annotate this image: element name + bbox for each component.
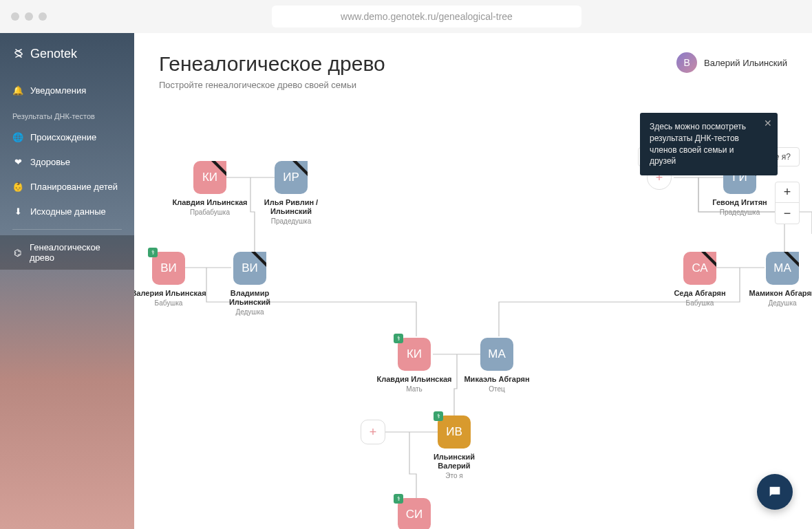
node-relation: Это я xyxy=(416,472,492,479)
download-icon: ⬇ xyxy=(12,206,23,217)
node-initials: СА xyxy=(692,261,707,275)
node-name: Ильинский Валерий xyxy=(416,453,492,471)
tree-node-ki1[interactable]: КИ Клавдия Ильинская Прабабушка xyxy=(172,161,248,216)
node-initials: ВИ xyxy=(242,261,258,275)
nav-label: Здоровье xyxy=(30,157,70,167)
profile-name: Валерий Ильинский xyxy=(704,58,787,68)
page-title: Генеалогическое древо xyxy=(159,52,676,76)
node-initials: МА xyxy=(488,347,506,361)
bell-icon: 🔔 xyxy=(12,85,23,96)
tree-node-me[interactable]: ⚕ИВ Ильинский Валерий Это я xyxy=(416,415,492,479)
nav-label: Происхождение xyxy=(30,132,96,142)
node-relation: Дедушка xyxy=(212,308,288,316)
brand-logo: Genotek xyxy=(0,47,134,78)
nav-health[interactable]: ❤ Здоровье xyxy=(0,149,134,174)
nav-origin[interactable]: 🌐 Происхождение xyxy=(0,125,134,149)
tree-node-vi-m[interactable]: ВИ Владимир Ильинский Дедушка xyxy=(212,252,288,316)
nav-notifications[interactable]: 🔔 Уведомления xyxy=(0,78,134,102)
zoom-out-button[interactable]: − xyxy=(776,203,799,224)
node-relation: Отец xyxy=(459,385,535,393)
chat-icon xyxy=(767,484,782,499)
avatar: В xyxy=(676,52,697,73)
node-name: Микаэль Абгарян xyxy=(459,375,535,384)
nav-label: Исходные данные xyxy=(30,206,106,217)
nav-rawdata[interactable]: ⬇ Исходные данные xyxy=(0,199,134,224)
tree-node-ma[interactable]: МА Мамикон Абгарян Дедушка xyxy=(745,252,812,307)
traffic-lights xyxy=(11,12,47,21)
nav-section-results: Результаты ДНК-тестов xyxy=(0,102,134,125)
node-initials: СИ xyxy=(406,508,423,521)
main-area: Генеалогическое древо Постройте генеалог… xyxy=(134,33,812,529)
node-initials: ВИ xyxy=(160,261,177,275)
node-name: Владимир Ильинский xyxy=(212,289,288,307)
dna-badge-icon: ⚕ xyxy=(394,494,403,504)
url-bar[interactable]: www.demo.genotek.ru/genealogical-tree xyxy=(272,6,581,28)
node-relation: Прадедушка xyxy=(253,217,329,225)
tree-icon: ⌬ xyxy=(12,247,23,258)
dna-brand-icon xyxy=(12,48,25,61)
nav-label: Планирование детей xyxy=(30,182,118,192)
dna-badge-icon: ⚕ xyxy=(434,411,443,421)
node-initials: МА xyxy=(773,261,791,275)
node-initials: ИВ xyxy=(446,425,462,439)
node-initials: КИ xyxy=(407,347,422,361)
nav-label: Уведомления xyxy=(30,85,86,96)
node-relation: Прабабушка xyxy=(172,208,248,216)
node-relation: Бабушка xyxy=(662,299,738,307)
profile-widget[interactable]: В Валерий Ильинский xyxy=(676,52,787,73)
node-relation: Мать xyxy=(376,385,452,393)
tree-node-si[interactable]: ⚕СИ София Ильинская Дочь xyxy=(376,498,452,529)
zoom-in-button[interactable]: + xyxy=(776,182,799,203)
node-name: Мамикон Абгарян xyxy=(745,289,812,298)
nav-planning[interactable]: 👶 Планирование детей xyxy=(0,174,134,199)
node-relation: Дедушка xyxy=(745,299,812,307)
add-partner-button[interactable]: + xyxy=(361,420,385,444)
dna-badge-icon: ⚕ xyxy=(148,248,158,257)
baby-icon: 👶 xyxy=(12,181,23,192)
nav-divider xyxy=(12,229,122,230)
tree-node-vi-f[interactable]: ⚕ВИ Валерия Ильинская Бабушка xyxy=(134,252,206,307)
sidebar: Genotek 🔔 Уведомления Результаты ДНК-тес… xyxy=(0,33,134,529)
node-name: Клавдия Ильинская xyxy=(376,375,452,384)
close-icon[interactable]: ✕ xyxy=(764,118,772,128)
nav-tree[interactable]: ⌬ Генеалогическое древо xyxy=(0,235,134,270)
tree-node-ir[interactable]: ИР Илья Ривлин / Ильинский Прадедушка xyxy=(253,161,329,225)
node-name: Клавдия Ильинская xyxy=(172,198,248,207)
tooltip-text: Здесь можно посмотреть результаты ДНК-те… xyxy=(650,122,746,166)
node-name: Гевонд Игитян xyxy=(702,198,778,207)
browser-topbar: www.demo.genotek.ru/genealogical-tree xyxy=(0,0,812,33)
node-initials: КИ xyxy=(202,171,217,184)
heartbeat-icon: ❤ xyxy=(12,156,23,167)
tree-node-ki2[interactable]: ⚕КИ Клавдия Ильинская Мать xyxy=(376,338,452,393)
tree-node-ma2[interactable]: МА Микаэль Абгарян Отец xyxy=(459,338,535,393)
tree-node-sa[interactable]: СА Седа Абгарян Бабушка xyxy=(662,252,738,307)
chat-button[interactable] xyxy=(757,474,793,510)
globe-icon: 🌐 xyxy=(12,131,23,142)
node-name: Илья Ривлин / Ильинский xyxy=(253,198,329,216)
hint-tooltip: Здесь можно посмотреть результаты ДНК-те… xyxy=(640,113,778,175)
node-name: Седа Абгарян xyxy=(662,289,738,298)
page-header: Генеалогическое древо Постройте генеалог… xyxy=(134,33,812,97)
node-relation: Прадедушка xyxy=(702,208,778,216)
nav-label: Генеалогическое древо xyxy=(30,242,122,263)
tree-canvas[interactable]: ⛶ Развернуть экран 📍 Где я? + − xyxy=(134,135,812,529)
page-subtitle: Постройте генеалогическое древо своей се… xyxy=(159,80,676,90)
zoom-controls: + − xyxy=(775,182,800,224)
node-relation: Бабушка xyxy=(134,299,206,307)
node-initials: ИР xyxy=(283,171,299,184)
dna-badge-icon: ⚕ xyxy=(394,334,403,343)
brand-text: Genotek xyxy=(30,47,77,61)
node-name: Валерия Ильинская xyxy=(134,289,206,298)
